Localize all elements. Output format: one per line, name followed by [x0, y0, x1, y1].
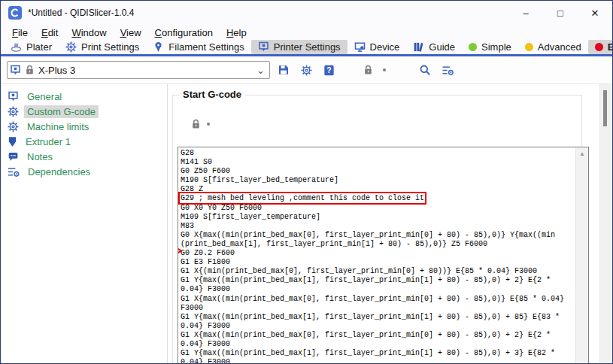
- gcode-line: G1 X{(min(print_bed_max[0], first_layer_…: [181, 267, 575, 276]
- tab-expert[interactable]: Expert: [588, 40, 613, 54]
- start-gcode-textarea[interactable]: G28M141 S0G0 Z50 F600M190 S[first_layer_…: [178, 147, 589, 363]
- menu-file[interactable]: File: [5, 26, 35, 39]
- mode-dot-icon: [525, 43, 533, 51]
- sidebar-item-general[interactable]: General: [1, 89, 167, 104]
- tab-label: Guide: [429, 41, 455, 53]
- gcode-line: 0.04} F3000: [181, 322, 575, 331]
- sidebar-item-notes[interactable]: Notes: [1, 149, 167, 164]
- sidebar-item-label: Machine limits: [24, 120, 92, 133]
- sidebar-item-label: General: [24, 90, 65, 103]
- gcode-line: G1 X{max((min(print_bed_max[0], first_la…: [181, 331, 575, 340]
- mode-dot-icon: [469, 43, 477, 51]
- menu-view[interactable]: View: [114, 26, 148, 39]
- sidebar-item-label: Notes: [24, 150, 56, 163]
- dependencies-icon: [8, 166, 20, 177]
- preset-settings-button[interactable]: [297, 61, 315, 79]
- content-area: GeneralCustom G-codeMachine limitsExtrud…: [1, 83, 612, 363]
- page-scrollbar-thumb[interactable]: [603, 90, 607, 126]
- toolbar: X-Plus 3 ⌄ ?: [1, 56, 612, 83]
- gcode-line: F3000: [181, 304, 575, 313]
- gcode-line: G1 Y{max((min(print_bed_max[1], first_la…: [181, 276, 575, 285]
- tab-guide[interactable]: Guide: [406, 40, 462, 54]
- gcode-line: G29 ; mesh bed leveling ,comment this co…: [181, 194, 575, 203]
- tab-plater[interactable]: Plater: [4, 40, 59, 54]
- help-button[interactable]: ?: [320, 61, 338, 79]
- tab-print-settings[interactable]: Print Settings: [59, 40, 146, 54]
- mode-dot-icon: [595, 43, 603, 51]
- search-icon: [419, 64, 431, 76]
- printer-preset-select[interactable]: X-Plus 3 ⌄: [7, 61, 270, 79]
- save-preset-button[interactable]: [275, 61, 293, 79]
- gcode-line: 0.04} F3000: [181, 340, 575, 349]
- guide-icon: [413, 41, 424, 53]
- red-arrow-annotation: [178, 243, 182, 259]
- textarea-scrollbar[interactable]: ▲: [575, 147, 588, 363]
- tab-label: Advanced: [538, 41, 581, 53]
- gcode-line: G1 Y{max((min(print_bed_max[1], first_la…: [181, 313, 575, 322]
- tab-advanced[interactable]: Advanced: [518, 40, 588, 54]
- save-icon: [278, 64, 290, 76]
- start-gcode-group: Start G-code G28M141 S0G0 Z50 F600M190 S…: [172, 95, 582, 363]
- sidebar-item-custom-g-code[interactable]: Custom G-code: [1, 104, 167, 119]
- option-dot-icon: [207, 123, 210, 126]
- tab-label: Plater: [26, 41, 52, 53]
- search-button[interactable]: [416, 61, 434, 79]
- page-scrollbar[interactable]: [599, 84, 612, 363]
- gcode-line: (print_bed_max[1], first_layer_print_min…: [181, 240, 575, 249]
- lock-icon: [191, 119, 201, 129]
- menu-help[interactable]: Help: [220, 26, 253, 39]
- window-title: *Untitled - QIDISlicer-1.0.4: [28, 8, 134, 18]
- chevron-down-icon: ⌄: [256, 65, 265, 76]
- menubar: FileEditWindowViewConfigurationHelp: [1, 25, 612, 40]
- tab-label: Device: [370, 41, 400, 53]
- device-icon: [354, 41, 366, 53]
- tab-device[interactable]: Device: [347, 40, 407, 54]
- gcode-line: M109 S[first_layer_temperature]: [181, 213, 575, 222]
- tabbar: PlaterPrint SettingsFilament SettingsPri…: [1, 40, 612, 54]
- gcode-line: G1 E3 F1800: [181, 258, 575, 267]
- scroll-up-icon[interactable]: ▲: [576, 147, 588, 157]
- lock-status-icon: [359, 61, 377, 79]
- gcode-line: M190 S[first_layer_bed_temperature]: [181, 176, 575, 185]
- highlighted-gcode-line: G29 ; mesh bed leveling ,comment this co…: [181, 194, 424, 202]
- window-controls: – □ ✕: [508, 1, 612, 25]
- lock-icon: [363, 65, 373, 75]
- search-settings-button[interactable]: [439, 61, 457, 79]
- tab-label: Print Settings: [81, 41, 139, 53]
- close-button[interactable]: ✕: [578, 1, 612, 25]
- filament-icon: [153, 41, 164, 53]
- lock-icon: [25, 65, 35, 75]
- gear-icon: [8, 106, 19, 117]
- tab-printer-settings[interactable]: Printer Settings: [251, 40, 347, 54]
- gcode-line: G1 X{max((min(print_bed_max[0], first_la…: [181, 295, 575, 304]
- gear-icon: [8, 121, 19, 132]
- tab-label: Expert: [608, 41, 613, 53]
- gcode-line: M141 S0: [181, 158, 575, 167]
- sidebar-item-extruder-1[interactable]: Extruder 1: [1, 134, 167, 149]
- tab-label: Simple: [481, 41, 511, 53]
- menu-window[interactable]: Window: [65, 26, 113, 39]
- sidebar-item-machine-limits[interactable]: Machine limits: [1, 119, 167, 134]
- minimize-button[interactable]: –: [508, 1, 543, 25]
- app-logo-icon: [8, 6, 22, 20]
- tab-label: Printer Settings: [274, 41, 341, 53]
- sidebar-item-label: Custom G-code: [24, 105, 99, 118]
- maximize-button[interactable]: □: [543, 1, 578, 25]
- tab-filament-settings[interactable]: Filament Settings: [146, 40, 250, 54]
- menu-configuration[interactable]: Configuration: [148, 26, 220, 39]
- svg-text:?: ?: [326, 66, 331, 74]
- plater-icon: [11, 41, 22, 53]
- menu-edit[interactable]: Edit: [35, 26, 65, 39]
- gcode-line: G28 Z: [181, 185, 575, 194]
- gcode-line: 0.04} F3000: [181, 285, 575, 294]
- gcode-line: G0 Z0.2 F600: [181, 249, 575, 258]
- sidebar-item-dependencies[interactable]: Dependencies: [1, 164, 167, 179]
- printer-icon: [10, 65, 21, 76]
- settings-sidebar: GeneralCustom G-codeMachine limitsExtrud…: [1, 84, 168, 363]
- tab-simple[interactable]: Simple: [462, 40, 518, 54]
- gcode-line: G0 Z50 F600: [181, 167, 575, 176]
- tab-label: Filament Settings: [168, 41, 244, 53]
- gcode-line: 0.04} F3000: [181, 358, 575, 363]
- gcode-text: G28M141 S0G0 Z50 F600M190 S[first_layer_…: [181, 149, 575, 363]
- gear-icon: [65, 41, 77, 53]
